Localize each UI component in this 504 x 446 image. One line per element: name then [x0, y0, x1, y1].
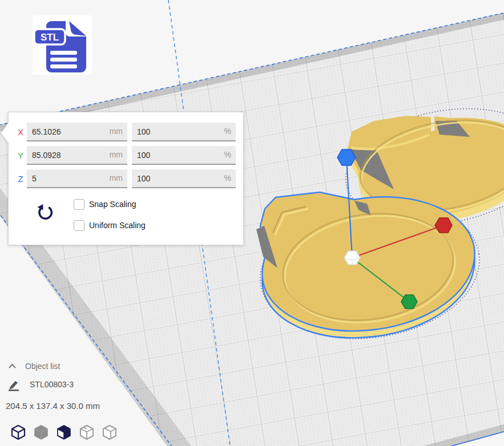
gray-solid-cube-icon[interactable]: [33, 424, 49, 440]
percent-unit-label: %: [224, 123, 231, 140]
scale-z-percent-input[interactable]: [132, 169, 236, 187]
layer-view-cube-icon[interactable]: [79, 424, 95, 440]
scale-handle-y[interactable]: [401, 295, 417, 309]
uniform-scaling-checkbox[interactable]: [74, 220, 84, 231]
scale-x-percent-input[interactable]: [132, 123, 236, 140]
scale-handle-z[interactable]: [337, 149, 356, 165]
pencil-icon: [7, 379, 21, 391]
scale-x-mm-field[interactable]: mm: [27, 123, 127, 141]
mm-unit-label: mm: [110, 146, 123, 164]
mm-unit-label: mm: [110, 169, 123, 187]
scale-y-mm-field[interactable]: mm: [27, 146, 127, 165]
selection-dimensions: 204.5 x 137.4 x 30.0 mm: [6, 401, 100, 411]
object-list-header[interactable]: Object list: [25, 362, 60, 371]
stl-badge-label: STL: [41, 32, 59, 43]
scale-row-x: X mm %: [9, 123, 243, 141]
axis-y-label: Y: [16, 146, 25, 165]
view-mode-toolbar: [10, 424, 118, 440]
reset-scale-button[interactable]: [36, 204, 54, 222]
percent-unit-label: %: [224, 169, 231, 187]
slicer-viewport: STL X mm % Y mm %: [0, 0, 504, 446]
xray-view-cube-icon[interactable]: [56, 424, 72, 440]
scale-row-z: Z mm %: [9, 169, 243, 188]
scale-z-percent-field[interactable]: %: [132, 169, 236, 188]
object-list-item[interactable]: STL00803-3: [30, 380, 74, 389]
doc-text-line: [50, 64, 77, 68]
reset-arrow-icon: [36, 204, 54, 222]
axis-z-label: Z: [16, 169, 25, 188]
mm-unit-label: mm: [110, 123, 123, 140]
axis-x-label: X: [16, 123, 25, 141]
uniform-scaling-label: Uniform Scaling: [89, 221, 146, 230]
doc-text-line: [50, 58, 77, 62]
percent-unit-label: %: [224, 146, 231, 164]
scale-tool-panel: X mm % Y mm % Z mm: [8, 112, 244, 245]
doc-text-line: [50, 51, 77, 55]
solid-view-cube-icon[interactable]: [10, 424, 26, 440]
scale-z-mm-field[interactable]: mm: [27, 169, 127, 188]
scale-y-percent-field[interactable]: %: [132, 146, 236, 165]
chevron-up-icon[interactable]: [8, 363, 17, 369]
scale-row-y: Y mm %: [9, 146, 243, 165]
scale-y-percent-input[interactable]: [132, 146, 236, 164]
scale-x-percent-field[interactable]: %: [132, 123, 236, 141]
document-fold-corner: [69, 21, 86, 36]
snap-scaling-checkbox[interactable]: [74, 199, 84, 210]
snap-scaling-label: Snap Scaling: [89, 200, 136, 209]
stl-file-icon[interactable]: STL: [33, 15, 92, 75]
preview-view-cube-icon[interactable]: [102, 424, 118, 440]
